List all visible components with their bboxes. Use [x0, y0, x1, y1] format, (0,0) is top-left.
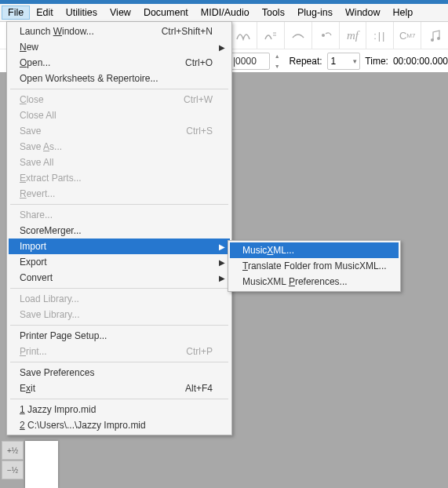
- tool-icon-7[interactable]: CM7: [393, 22, 421, 49]
- page-preview: [25, 441, 58, 488]
- svg-point-2: [437, 37, 440, 40]
- measure-field[interactable]: |0000: [229, 53, 270, 70]
- separator: [10, 399, 228, 399]
- separator: [10, 362, 228, 362]
- file-scoremerger[interactable]: ScoreMerger...: [9, 223, 230, 239]
- menu-midi-audio[interactable]: MIDI/Audio: [195, 5, 256, 20]
- file-recent-1[interactable]: 1 Jazzy Impro.mid: [9, 402, 230, 417]
- menu-bar: File Edit Utilities View Document MIDI/A…: [0, 4, 448, 22]
- separator: [10, 325, 228, 326]
- file-revert[interactable]: Revert...: [9, 186, 230, 202]
- file-recent-2[interactable]: 2 C:\Users\...\Jazzy Impro.mid: [9, 417, 230, 433]
- separator: [10, 89, 228, 89]
- repeat-label: Repeat:: [290, 56, 322, 67]
- file-menu-dropdown: Launch Window... Ctrl+Shift+N New▶ Open.…: [6, 21, 232, 435]
- tool-icon-1[interactable]: [229, 22, 257, 49]
- file-launch-window[interactable]: Launch Window... Ctrl+Shift+N: [9, 24, 230, 39]
- tool-icon-8[interactable]: [421, 22, 448, 49]
- file-import[interactable]: Import▶: [9, 239, 230, 254]
- file-share[interactable]: Share...: [9, 207, 230, 223]
- file-new[interactable]: New▶: [9, 39, 230, 55]
- tool-icon-5[interactable]: mf: [339, 22, 366, 49]
- file-save-as[interactable]: Save As...: [9, 139, 230, 155]
- separator: [10, 288, 228, 289]
- time-label: Time:: [365, 56, 388, 67]
- file-load-library[interactable]: Load Library...: [9, 291, 230, 307]
- menu-view[interactable]: View: [104, 5, 137, 20]
- menu-document[interactable]: Document: [137, 5, 195, 20]
- time-value: 00:00:00.000: [393, 56, 448, 67]
- svg-point-1: [431, 38, 434, 42]
- import-translate-folder[interactable]: Translate Folder from MusicXML...: [230, 258, 399, 274]
- file-exit[interactable]: ExitAlt+F4: [9, 381, 230, 396]
- menu-file[interactable]: File: [2, 5, 30, 20]
- separator: [10, 204, 228, 205]
- tool-icon-2[interactable]: [257, 22, 284, 49]
- tool-icon-4[interactable]: [311, 22, 339, 49]
- file-open-worksheets[interactable]: Open Worksheets & Repertoire...: [9, 71, 230, 86]
- zoom-in-half[interactable]: +½: [2, 441, 24, 460]
- file-export[interactable]: Export▶: [9, 254, 230, 270]
- repeat-select[interactable]: 1: [327, 53, 361, 70]
- import-musicxml-preferences[interactable]: MusicXML Preferences...: [230, 274, 399, 290]
- file-print[interactable]: Print...Ctrl+P: [9, 344, 230, 359]
- file-close[interactable]: CloseCtrl+W: [9, 92, 230, 107]
- tool-icon-6[interactable]: :||: [366, 22, 393, 49]
- import-musicxml[interactable]: MusicXML...: [230, 242, 399, 258]
- menu-help[interactable]: Help: [387, 5, 420, 20]
- file-extract-parts[interactable]: Extract Parts...: [9, 170, 230, 186]
- svg-point-0: [322, 34, 325, 37]
- file-open[interactable]: Open...Ctrl+O: [9, 55, 230, 71]
- menu-utilities[interactable]: Utilities: [60, 5, 104, 20]
- tool-icon-3[interactable]: [284, 22, 311, 49]
- file-save-preferences[interactable]: Save Preferences: [9, 365, 230, 381]
- menu-window[interactable]: Window: [339, 5, 386, 20]
- menu-tools[interactable]: Tools: [256, 5, 291, 20]
- file-convert[interactable]: Convert▶: [9, 270, 230, 286]
- zoom-tabs: +½ −½: [2, 441, 24, 480]
- file-close-all[interactable]: Close All: [9, 107, 230, 123]
- menu-plugins[interactable]: Plug-ins: [291, 5, 339, 20]
- measure-spinner[interactable]: ▲▼: [275, 53, 285, 69]
- file-save-library[interactable]: Save Library...: [9, 307, 230, 322]
- file-save[interactable]: SaveCtrl+S: [9, 123, 230, 139]
- import-submenu: MusicXML... Translate Folder from MusicX…: [228, 240, 401, 292]
- file-page-setup[interactable]: Printer Page Setup...: [9, 328, 230, 344]
- menu-edit[interactable]: Edit: [30, 5, 60, 20]
- file-save-all[interactable]: Save All: [9, 155, 230, 170]
- zoom-out-half[interactable]: −½: [2, 461, 24, 479]
